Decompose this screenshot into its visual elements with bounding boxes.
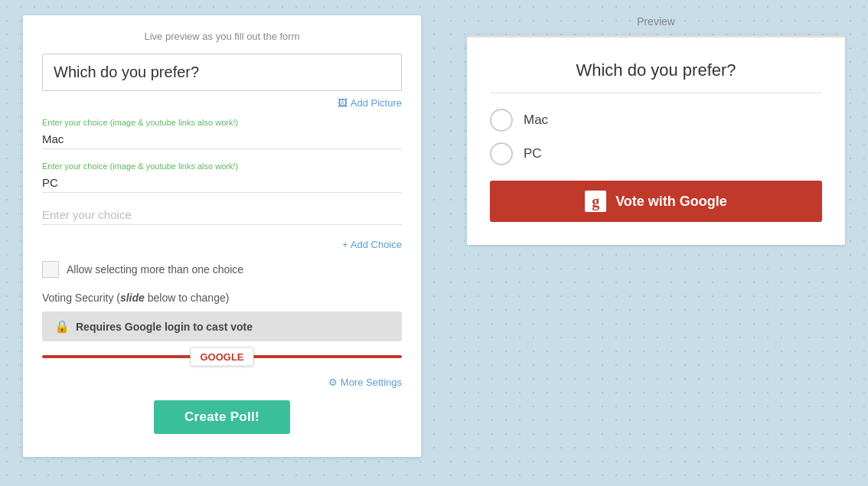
choice-3-group [42, 205, 402, 233]
create-poll-button[interactable]: Create Poll! [154, 400, 290, 434]
slider-wrapper: GOOGLE [42, 349, 402, 364]
live-preview-label: Live preview as you fill out the form [42, 31, 402, 42]
add-picture-button[interactable]: 🖼 Add Picture [338, 97, 402, 109]
form-card: Live preview as you fill out the form 🖼 … [23, 15, 421, 457]
multi-choice-checkbox[interactable] [42, 261, 59, 278]
left-panel: Live preview as you fill out the form 🖼 … [0, 0, 444, 486]
preview-choice-2: PC [490, 142, 822, 165]
add-choice-row: + Add Choice [42, 239, 402, 250]
preview-card: Which do you prefer? Mac PC g Vote with … [467, 35, 845, 245]
voting-security-label: Voting Security (slide below to change) [42, 292, 402, 304]
preview-radio-2[interactable] [490, 142, 513, 165]
preview-divider [490, 93, 822, 93]
preview-choice-1: Mac [490, 109, 822, 132]
bottom-row: ⚙ More Settings [42, 377, 402, 388]
security-badge: 🔒 Requires Google login to cast vote [42, 311, 402, 341]
preview-question: Which do you prefer? [490, 60, 822, 80]
choice-2-group: Enter your choice (image & youtube links… [42, 161, 402, 201]
google-g-icon: g [585, 191, 606, 212]
add-picture-row: 🖼 Add Picture [42, 97, 402, 109]
choice-1-group: Enter your choice (image & youtube links… [42, 118, 402, 157]
preview-choice-2-label: PC [524, 146, 542, 161]
vote-with-google-button[interactable]: g Vote with Google [490, 181, 822, 222]
checkbox-label: Allow selecting more than one choice [67, 263, 243, 276]
choice-3-input[interactable] [42, 205, 402, 225]
settings-icon: ⚙ [328, 377, 338, 388]
slider-track[interactable]: GOOGLE [42, 355, 402, 358]
vote-button-label: Vote with Google [615, 194, 727, 210]
right-panel: Preview Which do you prefer? Mac PC g Vo… [444, 0, 868, 486]
slider-thumb[interactable]: GOOGLE [190, 347, 253, 367]
more-settings-button[interactable]: ⚙ More Settings [328, 377, 402, 388]
choice-1-hint: Enter your choice (image & youtube links… [42, 118, 402, 127]
preview-choice-1-label: Mac [524, 113, 548, 128]
choice-2-input[interactable] [42, 173, 402, 193]
lock-icon: 🔒 [54, 319, 70, 334]
choice-2-hint: Enter your choice (image & youtube links… [42, 161, 402, 171]
picture-icon: 🖼 [338, 97, 348, 109]
add-choice-button[interactable]: + Add Choice [342, 239, 402, 250]
slider-container: GOOGLE [42, 349, 402, 364]
choice-1-input[interactable] [42, 129, 402, 149]
question-input[interactable] [42, 54, 402, 91]
checkbox-row: Allow selecting more than one choice [42, 261, 402, 278]
preview-label: Preview [637, 15, 675, 28]
preview-radio-1[interactable] [490, 109, 513, 132]
